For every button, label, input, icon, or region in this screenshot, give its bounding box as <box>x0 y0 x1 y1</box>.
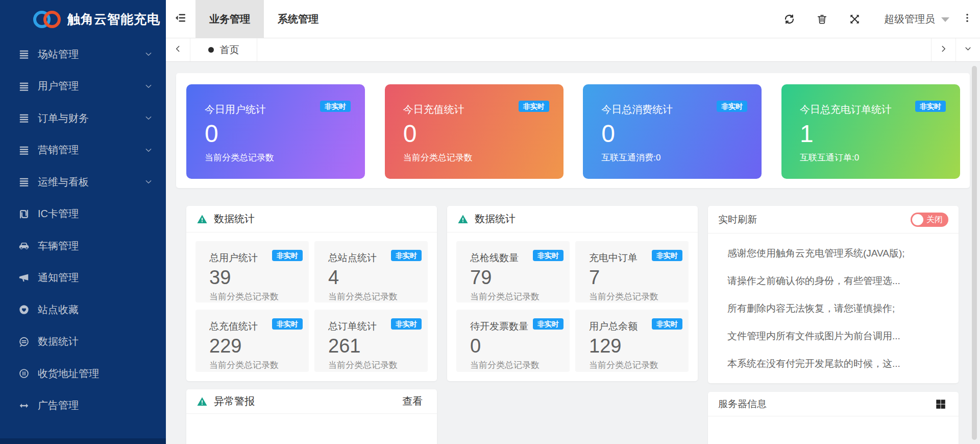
tile-value: 129 <box>589 335 682 358</box>
non-realtime-badge: 非实时 <box>533 318 564 330</box>
sidebar-footer <box>0 438 166 444</box>
stat-tile: 用户总余额 非实时 129 当前分类总记录数 <box>575 310 689 372</box>
panel-header: 数据统计 <box>447 206 698 232</box>
view-alerts-link[interactable]: 查看 <box>402 394 423 408</box>
tile-note: 当前分类总记录数 <box>328 359 422 371</box>
topbar-tab-业务管理[interactable]: 业务管理 <box>195 0 264 38</box>
system-message: 所有删除内容无法恢复，请您谨慎操作; <box>727 295 948 322</box>
refresh-button[interactable] <box>773 0 805 38</box>
app-title: 触角云智能充电 <box>67 11 160 28</box>
panel-header: 服务器信息 <box>708 392 959 416</box>
sidebar-item-数据统计[interactable]: 数据统计 <box>0 326 166 358</box>
trash-icon <box>816 13 828 25</box>
sidebar-item-用户管理[interactable]: 用户管理 <box>0 71 166 103</box>
sidebar: 触角云智能充电 场站管理 用户管理 订单与财务 营销管理 运维与看板 IC卡管理… <box>0 0 166 444</box>
non-realtime-badge: 非实时 <box>272 318 303 330</box>
sidebar-item-车辆管理[interactable]: 车辆管理 <box>0 230 166 262</box>
sidebar-item-label: 用户管理 <box>38 79 79 93</box>
vertical-scrollbar[interactable] <box>972 66 977 440</box>
toggle-label: 关闭 <box>926 214 943 225</box>
app-root: 触角云智能充电 场站管理 用户管理 订单与财务 营销管理 运维与看板 IC卡管理… <box>0 0 980 444</box>
chevron-down-icon <box>144 50 153 58</box>
chevron-right-icon <box>940 45 947 55</box>
stat-tile: 总订单统计 非实时 261 当前分类总记录数 <box>314 310 428 372</box>
tile-note: 当前分类总记录数 <box>470 359 564 371</box>
card-note: 当前分类总记录数 <box>403 152 548 163</box>
more-vert-icon <box>962 13 972 25</box>
sidebar-item-收货地址管理[interactable]: 收货地址管理 <box>0 358 166 390</box>
non-realtime-badge: 非实时 <box>652 250 682 261</box>
tabs-scroll-right-button[interactable] <box>931 38 955 61</box>
system-message: 文件管理内所有文件或图片为前台调用... <box>727 322 948 350</box>
stat-tile: 充电中订单 非实时 7 当前分类总记录数 <box>575 241 689 302</box>
clear-cache-button[interactable] <box>805 0 838 38</box>
list-icon <box>18 145 30 156</box>
non-realtime-badge: 非实时 <box>652 318 682 330</box>
more-menu-button[interactable] <box>954 0 980 38</box>
warning-icon <box>197 214 208 225</box>
non-realtime-badge: 非实时 <box>272 250 303 261</box>
alerts-panel: 异常警报 查看 <box>186 389 437 444</box>
stats-panel-2: 数据统计 总枪线数量 非实时 79 当前分类总记录数 充电中订单 非实时 7 当… <box>447 206 698 381</box>
stat-tile: 待开发票数量 非实时 0 当前分类总记录数 <box>456 310 570 372</box>
summary-card: 今日总消费统计 非实时 0 互联互通消费:0 <box>583 84 762 179</box>
sidebar-item-广告管理[interactable]: 广告管理 <box>0 390 166 422</box>
sidebar-item-label: 营销管理 <box>38 143 79 157</box>
tabs-scroll-left-button[interactable] <box>166 38 190 61</box>
sidebar-item-label: 数据统计 <box>38 335 79 348</box>
caret-down-icon <box>941 17 949 22</box>
user-name: 超级管理员 <box>884 12 935 26</box>
card-note: 互联互通订单:0 <box>800 152 945 163</box>
sidebar-item-站点收藏[interactable]: 站点收藏 <box>0 294 166 326</box>
logo: 触角云智能充电 <box>0 0 166 38</box>
sidebar-item-订单与财务[interactable]: 订单与财务 <box>0 102 166 134</box>
topbar-tab-系统管理[interactable]: 系统管理 <box>264 0 332 38</box>
summary-card: 今日充值统计 非实时 0 当前分类总记录数 <box>385 84 564 179</box>
card-note: 互联互通消费:0 <box>601 152 746 163</box>
topbar-actions <box>773 0 871 38</box>
refresh-icon <box>783 13 795 25</box>
tile-note: 当前分类总记录数 <box>589 291 682 302</box>
sidebar-item-运维与看板[interactable]: 运维与看板 <box>0 166 166 198</box>
tile-value: 229 <box>209 335 303 358</box>
fullscreen-button[interactable] <box>838 0 871 38</box>
panel-header: 数据统计 <box>186 206 437 232</box>
server-info-panel: 服务器信息 <box>708 392 959 444</box>
non-realtime-badge: 非实时 <box>717 101 747 112</box>
megaphone-icon <box>18 272 30 284</box>
tile-value: 39 <box>209 267 303 289</box>
sidebar-item-label: 通知管理 <box>38 271 79 285</box>
sidebar-item-场站管理[interactable]: 场站管理 <box>0 38 166 71</box>
stats-tiles: 总枪线数量 非实时 79 当前分类总记录数 充电中订单 非实时 7 当前分类总记… <box>447 232 698 372</box>
chevron-down-icon <box>144 178 153 186</box>
page-tabbar: 首页 <box>166 38 980 62</box>
comment-circle-icon <box>18 336 30 347</box>
card-note: 当前分类总记录数 <box>205 152 350 163</box>
sidebar-item-营销管理[interactable]: 营销管理 <box>0 134 166 167</box>
card-value: 0 <box>205 120 350 148</box>
sidebar-item-label: 收货地址管理 <box>38 367 99 381</box>
refresh-toggle[interactable]: 关闭 <box>911 213 948 227</box>
expand-icon <box>849 13 861 25</box>
system-message: 感谢您使用触角云充电管理系统(JAVA版); <box>727 240 948 267</box>
tabs-menu-button[interactable] <box>955 38 980 61</box>
sidebar-item-IC卡管理[interactable]: IC卡管理 <box>0 198 166 230</box>
sidebar-collapse-button[interactable] <box>166 0 195 38</box>
sidebar-item-label: 场站管理 <box>38 48 79 61</box>
panel-header: 实时刷新 关闭 <box>708 206 959 233</box>
sidebar-item-label: 车辆管理 <box>38 239 79 253</box>
card-value: 1 <box>800 120 945 148</box>
non-realtime-badge: 非实时 <box>533 250 564 261</box>
summary-card: 今日总充电订单统计 非实时 1 互联互通订单:0 <box>781 84 960 179</box>
list-icon <box>18 49 30 60</box>
user-dropdown[interactable]: 超级管理员 <box>884 0 949 38</box>
tab-home[interactable]: 首页 <box>190 38 257 61</box>
sidebar-item-通知管理[interactable]: 通知管理 <box>0 262 166 294</box>
non-realtime-badge: 非实时 <box>320 101 351 112</box>
stat-tile: 总枪线数量 非实时 79 当前分类总记录数 <box>456 241 570 302</box>
list-icon <box>18 81 30 92</box>
tile-note: 当前分类总记录数 <box>209 291 303 302</box>
summary-card: 今日用户统计 非实时 0 当前分类总记录数 <box>186 84 365 179</box>
active-tab-dot <box>208 47 214 53</box>
non-realtime-badge: 非实时 <box>391 318 422 330</box>
